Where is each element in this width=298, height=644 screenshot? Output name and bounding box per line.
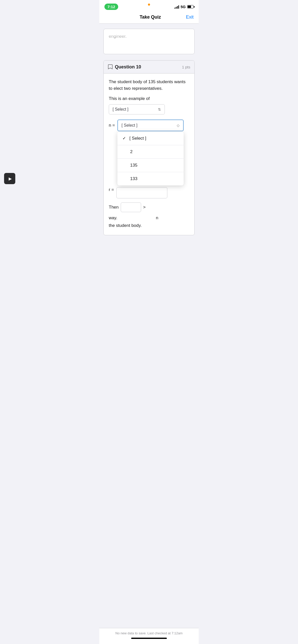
main-content: engineer. Question 10 1 pts The student … — [99, 29, 199, 235]
n-select-value: [ Select ] — [121, 123, 137, 128]
first-select-chevron-icon: ⇅ — [158, 107, 161, 111]
question-body: The student body of 135 students wants t… — [104, 74, 194, 235]
question-number: Question 10 — [115, 64, 141, 70]
prev-card-content: engineer. — [109, 33, 189, 40]
network-type: 5G — [181, 5, 186, 9]
status-time: 7:12 — [104, 4, 118, 10]
orange-dot — [148, 4, 150, 6]
closing-text-1: way. n — [109, 215, 189, 221]
prev-question-card: engineer. — [103, 29, 195, 54]
dropdown-item-2-label: 2 — [130, 149, 132, 154]
battery-fill — [188, 6, 191, 8]
dropdown-item-2[interactable]: 2 — [117, 145, 184, 159]
n-dropdown-menu: ✓ [ Select ] 2 135 13 — [117, 132, 184, 185]
dropdown-item-135[interactable]: 135 — [117, 159, 184, 172]
n-label: n = — [109, 123, 115, 128]
then-suffix-text: > — [143, 205, 146, 210]
status-right: 5G — [174, 5, 194, 9]
question-subtext: This is an example of — [109, 96, 189, 101]
n-select-chevron-icon: ◇ — [177, 123, 180, 127]
exit-button[interactable]: Exit — [186, 14, 194, 20]
checkmark-icon: ✓ — [123, 136, 126, 141]
question-card: Question 10 1 pts The student body of 13… — [103, 60, 195, 235]
dropdown-item-select[interactable]: ✓ [ Select ] — [117, 132, 184, 145]
closing-n: n — [156, 215, 158, 220]
dropdown-item-133-label: 133 — [130, 176, 137, 181]
page-title: Take Quiz — [140, 14, 161, 20]
question-points: 1 pts — [182, 65, 190, 69]
question-label: Question 10 — [108, 64, 141, 70]
then-row: Then > — [109, 202, 189, 212]
first-select[interactable]: [ Select ] ⇅ — [109, 104, 165, 114]
signal-bar-1 — [174, 8, 175, 9]
then-label: Then — [109, 204, 119, 211]
signal-bar-3 — [177, 6, 178, 9]
n-select[interactable]: [ Select ] ◇ — [117, 120, 184, 131]
r-label: r = — [109, 187, 114, 192]
question-body-text: The student body of 135 students wants t… — [109, 79, 189, 92]
first-select-wrapper: [ Select ] ⇅ — [109, 104, 165, 114]
n-select-wrapper: [ Select ] ◇ ✓ [ Select ] 2 — [117, 120, 184, 131]
then-input-box[interactable] — [121, 202, 141, 212]
n-row: n = [ Select ] ◇ ✓ [ Select ] — [109, 120, 189, 131]
dropdown-item-133[interactable]: 133 — [117, 172, 184, 185]
closing-spacer — [118, 215, 155, 220]
battery-icon — [187, 5, 194, 8]
question-header: Question 10 1 pts — [104, 61, 194, 74]
dropdown-item-135-label: 135 — [130, 163, 137, 168]
bookmark-icon — [108, 64, 113, 70]
dropdown-item-select-label: [ Select ] — [129, 136, 146, 141]
r-row: r = — [109, 187, 189, 198]
first-select-value: [ Select ] — [113, 107, 128, 112]
r-input-box[interactable] — [116, 187, 167, 198]
nav-divider — [99, 23, 199, 24]
signal-bars-icon — [174, 5, 179, 9]
signal-bar-4 — [178, 5, 179, 9]
closing-text-2: the student body. — [109, 222, 189, 229]
nav-bar: Take Quiz Exit — [99, 12, 199, 23]
status-bar: 7:12 5G — [99, 0, 199, 12]
prev-card-text: engineer. — [109, 33, 189, 40]
signal-bar-2 — [176, 7, 177, 9]
